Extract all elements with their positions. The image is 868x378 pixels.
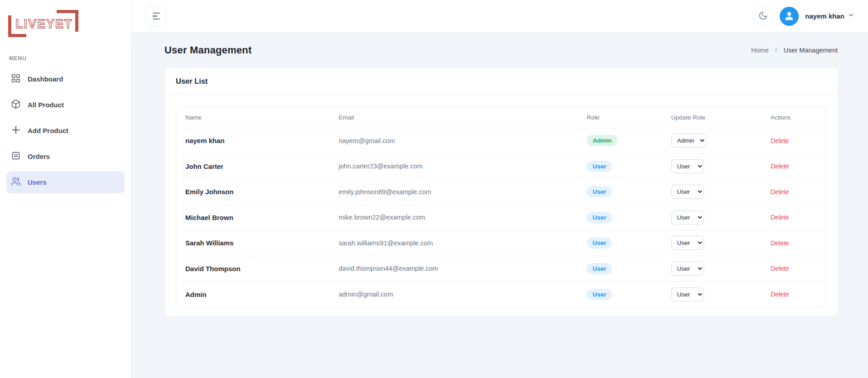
sidebar-item-label: Dashboard: [28, 75, 63, 83]
delete-button[interactable]: Delete: [771, 188, 789, 196]
card-title: User List: [164, 68, 838, 95]
user-email-cell: nayem@gmail.com: [329, 137, 578, 144]
cube-icon: [11, 99, 21, 110]
user-name-cell: nayem khan: [176, 137, 329, 144]
table-header-row: Name Email Role Update Role Actions: [176, 107, 826, 128]
role-select[interactable]: Admin: [671, 134, 706, 148]
user-name-cell: Michael Brown: [176, 214, 329, 221]
content: User Management Home User Management Use…: [131, 33, 868, 378]
role-badge: User: [587, 186, 612, 197]
role-badge: User: [587, 161, 612, 172]
user-name-cell: Admin: [176, 291, 329, 298]
avatar[interactable]: [780, 7, 799, 26]
table-row: Admin admin@gmail.com User User Delete: [176, 282, 826, 307]
brand-logo-text: LIVEYET: [15, 17, 73, 31]
header-actions: Actions: [762, 114, 826, 121]
user-email-cell: admin@gmail.com: [329, 291, 578, 298]
users-icon: [11, 177, 21, 188]
user-email-cell: john.carter23@example.com: [329, 163, 578, 170]
role-select[interactable]: User: [671, 159, 704, 173]
role-badge: User: [587, 212, 612, 223]
header-name: Name: [176, 114, 329, 121]
table-row: nayem khan nayem@gmail.com Admin Admin D…: [176, 128, 826, 154]
page-title: User Management: [164, 44, 252, 56]
user-email-cell: sarah.williams91@example.com: [329, 239, 578, 247]
sidebar-item-users[interactable]: Users: [6, 171, 125, 193]
user-email-cell: mike.brown22@example.com: [329, 214, 578, 221]
delete-button[interactable]: Delete: [771, 265, 789, 272]
delete-button[interactable]: Delete: [771, 137, 789, 144]
user-name-cell: Emily Johnson: [176, 188, 329, 196]
sidebar-toggle-button[interactable]: [146, 6, 167, 27]
table-row: Sarah Williams sarah.williams91@example.…: [176, 230, 826, 256]
app-root: LIVEYET MENU Dashboard All Product Add P…: [0, 0, 868, 378]
table-row: Michael Brown mike.brown22@example.com U…: [176, 205, 826, 231]
role-badge: User: [587, 237, 612, 249]
delete-button[interactable]: Delete: [771, 214, 789, 221]
table-row: David Thompson david.thompson44@example.…: [176, 256, 826, 282]
user-name-cell: Sarah Williams: [176, 239, 329, 247]
brand-logo[interactable]: LIVEYET: [8, 10, 78, 37]
topbar-right: nayem khan: [752, 6, 854, 27]
user-name-cell: John Carter: [176, 163, 329, 170]
orders-icon: [11, 151, 21, 162]
sidebar-item-label: All Product: [28, 101, 64, 109]
role-select[interactable]: User: [671, 236, 704, 250]
sidebar-item-add-product[interactable]: Add Product: [6, 120, 125, 142]
role-badge: User: [587, 263, 612, 274]
topbar: nayem khan: [131, 0, 868, 33]
breadcrumb: Home User Management: [751, 47, 838, 54]
delete-button[interactable]: Delete: [771, 239, 789, 247]
header-update-role: Update Role: [662, 114, 762, 121]
table-body: nayem khan nayem@gmail.com Admin Admin D…: [176, 128, 826, 307]
role-select[interactable]: User: [671, 262, 704, 276]
role-badge: User: [587, 289, 612, 300]
theme-toggle-button[interactable]: [752, 6, 773, 27]
sidebar-section-label: MENU: [9, 55, 131, 62]
role-badge: Admin: [587, 135, 617, 146]
user-menu[interactable]: nayem khan: [805, 12, 854, 20]
role-select[interactable]: User: [671, 211, 704, 225]
sidebar-item-label: Add Product: [28, 127, 68, 134]
delete-button[interactable]: Delete: [771, 163, 789, 170]
chevron-down-icon: [848, 12, 854, 20]
role-select[interactable]: User: [671, 287, 704, 301]
page-head: User Management Home User Management: [164, 44, 838, 56]
user-email-cell: emily.johnson89@example.com: [329, 188, 578, 196]
users-table: Name Email Role Update Role Actions naye…: [176, 107, 826, 308]
moon-icon: [758, 11, 768, 22]
delete-button[interactable]: Delete: [771, 291, 789, 298]
header-email: Email: [329, 114, 578, 121]
sidebar-item-all-product[interactable]: All Product: [6, 94, 125, 116]
chevron-right-icon: [773, 47, 779, 54]
breadcrumb-home-link[interactable]: Home: [751, 47, 769, 54]
table-row: John Carter john.carter23@example.com Us…: [176, 154, 826, 180]
user-email-cell: david.thompson44@example.com: [329, 265, 578, 272]
grid-icon: [11, 73, 21, 85]
role-select[interactable]: User: [671, 185, 704, 199]
sidebar-item-orders[interactable]: Orders: [6, 145, 125, 167]
plus-icon: [11, 125, 21, 136]
header-role: Role: [578, 114, 662, 121]
sidebar-item-dashboard[interactable]: Dashboard: [6, 68, 125, 90]
sidebar: LIVEYET MENU Dashboard All Product Add P…: [0, 0, 131, 378]
user-name-cell: David Thompson: [176, 265, 329, 273]
sidebar-nav: Dashboard All Product Add Product Orders…: [0, 68, 131, 193]
user-name: nayem khan: [805, 12, 844, 20]
breadcrumb-current: User Management: [784, 47, 838, 54]
user-list-card: User List Name Email Role Update Role Ac…: [164, 68, 838, 316]
card-body: Name Email Role Update Role Actions naye…: [164, 95, 838, 316]
sidebar-item-label: Users: [28, 178, 47, 186]
user-icon: [783, 10, 795, 23]
main-column: nayem khan User Management Home User Man…: [131, 0, 868, 378]
sidebar-item-label: Orders: [28, 153, 50, 160]
table-row: Emily Johnson emily.johnson89@example.co…: [176, 179, 826, 205]
